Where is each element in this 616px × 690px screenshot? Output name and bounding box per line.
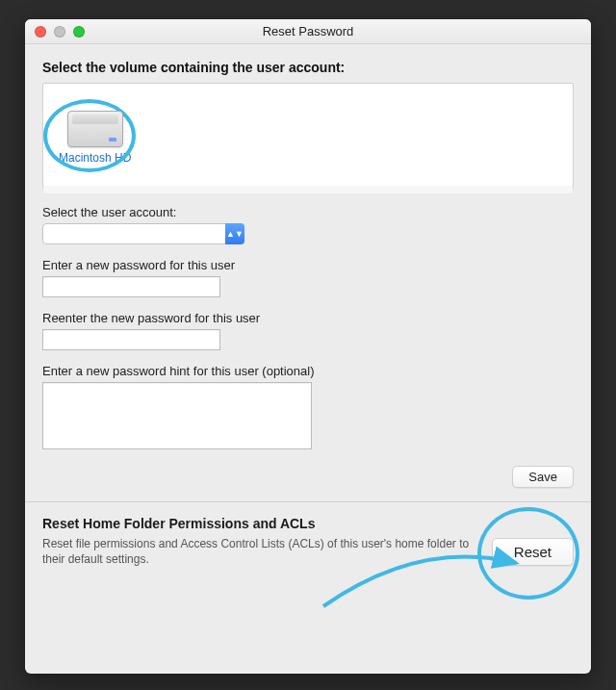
reenter-password-label: Reenter the new password for this user — [42, 311, 574, 325]
reenter-password-input[interactable] — [42, 329, 220, 350]
close-icon[interactable] — [35, 26, 46, 38]
separator — [25, 501, 591, 502]
volume-name: Macintosh HD — [59, 151, 131, 165]
reset-button[interactable]: Reset — [492, 538, 574, 566]
hint-label: Enter a new password hint for this user … — [42, 364, 574, 378]
new-password-label: Enter a new password for this user — [42, 258, 574, 272]
chevron-up-down-icon: ▲▼ — [225, 223, 244, 244]
titlebar: Reset Password — [25, 19, 591, 44]
reset-password-window: Reset Password Select the volume contain… — [25, 19, 591, 674]
hint-input[interactable] — [42, 382, 312, 449]
volume-item[interactable]: Macintosh HD — [59, 111, 131, 165]
minimize-icon — [54, 26, 65, 38]
volume-label: Select the volume containing the user ac… — [42, 60, 574, 75]
hard-drive-icon — [67, 111, 123, 147]
traffic-lights — [35, 26, 85, 38]
save-button[interactable]: Save — [512, 466, 574, 488]
acl-description: Reset file permissions and Access Contro… — [42, 537, 473, 567]
user-account-label: Select the user account: — [42, 205, 574, 219]
user-account-select[interactable]: ▲▼ — [42, 223, 244, 244]
acl-title: Reset Home Folder Permissions and ACLs — [42, 516, 574, 531]
new-password-input[interactable] — [42, 276, 220, 297]
volume-list: Macintosh HD — [42, 83, 574, 193]
window-title: Reset Password — [25, 24, 591, 38]
zoom-icon[interactable] — [73, 26, 85, 38]
